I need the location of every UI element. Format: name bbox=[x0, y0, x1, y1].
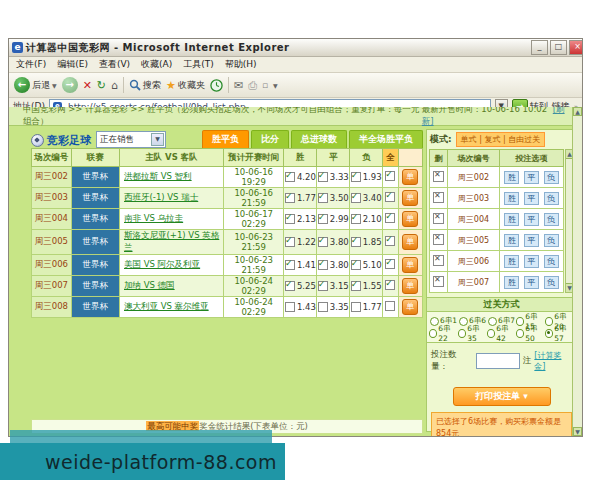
back-button[interactable]: ← 后退 ▼ bbox=[14, 77, 57, 93]
win-checkbox[interactable] bbox=[285, 260, 295, 270]
slip-draw-button[interactable]: 平 bbox=[524, 276, 539, 289]
pass-option-radio[interactable]: 6串42 bbox=[487, 327, 516, 339]
calc-prize-link[interactable]: [计算奖金] bbox=[534, 350, 572, 372]
slip-win-button[interactable]: 胜 bbox=[504, 192, 519, 205]
win-checkbox[interactable] bbox=[285, 214, 295, 224]
all-checkbox[interactable] bbox=[385, 171, 395, 181]
search-button[interactable]: 搜索 bbox=[129, 79, 161, 92]
home-icon[interactable]: ⌂ bbox=[111, 79, 118, 92]
match-link[interactable]: 南非 VS 乌拉圭 bbox=[124, 213, 183, 223]
win-checkbox[interactable] bbox=[285, 302, 295, 312]
stop-icon[interactable]: ✕ bbox=[83, 79, 92, 92]
all-checkbox[interactable] bbox=[385, 280, 395, 290]
slip-win-button[interactable]: 胜 bbox=[504, 171, 519, 184]
match-link[interactable]: 斯洛文尼亚(+1) VS 英格兰 bbox=[124, 230, 219, 252]
all-checkbox[interactable] bbox=[385, 301, 395, 311]
menu-item[interactable]: 文件(F) bbox=[16, 58, 46, 71]
delete-checkbox[interactable] bbox=[433, 171, 444, 182]
win-checkbox[interactable] bbox=[285, 193, 295, 203]
delete-checkbox[interactable] bbox=[433, 192, 444, 203]
slip-win-button[interactable]: 胜 bbox=[504, 255, 519, 268]
pass-option-radio[interactable]: 6串22 bbox=[429, 327, 458, 339]
slip-win-button[interactable]: 胜 bbox=[504, 276, 519, 289]
league-filter-select[interactable]: 正在销售 ▼ bbox=[96, 131, 166, 148]
single-bet-button[interactable]: 单 bbox=[402, 169, 418, 185]
minimize-button[interactable]: _ bbox=[531, 40, 548, 55]
history-button[interactable] bbox=[210, 79, 223, 92]
match-link[interactable]: 西班牙(-1) VS 瑞士 bbox=[124, 192, 198, 202]
print-icon[interactable]: ⎙ bbox=[248, 79, 257, 92]
lose-checkbox[interactable] bbox=[351, 237, 361, 247]
favorites-button[interactable]: ★ 收藏夹 bbox=[166, 79, 205, 92]
draw-checkbox[interactable] bbox=[318, 193, 328, 203]
lose-checkbox[interactable] bbox=[351, 214, 361, 224]
menu-item[interactable]: 编辑(E) bbox=[57, 58, 88, 71]
page-scrollbar[interactable]: ▲ ▼ bbox=[572, 107, 582, 436]
scroll-up-icon[interactable]: ▲ bbox=[573, 107, 582, 116]
lose-checkbox[interactable] bbox=[351, 260, 361, 270]
single-bet-button[interactable]: 单 bbox=[402, 299, 418, 315]
single-bet-button[interactable]: 单 bbox=[402, 211, 418, 227]
pass-option-radio[interactable]: 6串35 bbox=[458, 327, 487, 339]
pass-option-radio[interactable]: 6串57 bbox=[545, 327, 574, 339]
match-link[interactable]: 洪都拉斯 VS 智利 bbox=[124, 171, 192, 181]
single-bet-button[interactable]: 单 bbox=[402, 257, 418, 273]
mail-icon[interactable]: ✉ bbox=[234, 79, 243, 92]
delete-checkbox[interactable] bbox=[433, 255, 444, 266]
lose-checkbox[interactable] bbox=[351, 302, 361, 312]
pass-option-radio[interactable]: 6串50 bbox=[516, 327, 545, 339]
delete-checkbox[interactable] bbox=[433, 213, 444, 224]
back-dropdown-icon[interactable]: ▼ bbox=[52, 82, 57, 89]
edit-icon[interactable]: ▫ bbox=[262, 80, 268, 90]
slip-lose-button[interactable]: 负 bbox=[544, 171, 559, 184]
all-checkbox[interactable] bbox=[385, 192, 395, 202]
slip-lose-button[interactable]: 负 bbox=[544, 192, 559, 205]
match-link[interactable]: 加纳 VS 德国 bbox=[124, 280, 175, 290]
slip-lose-button[interactable]: 负 bbox=[544, 234, 559, 247]
lose-checkbox[interactable] bbox=[351, 193, 361, 203]
draw-checkbox[interactable] bbox=[318, 281, 328, 291]
scroll-down-icon[interactable]: ▼ bbox=[573, 427, 582, 436]
menu-item[interactable]: 查看(V) bbox=[99, 58, 130, 71]
draw-checkbox[interactable] bbox=[318, 172, 328, 182]
refresh-icon[interactable]: ↻ bbox=[97, 79, 106, 92]
draw-checkbox[interactable] bbox=[318, 214, 328, 224]
slip-draw-button[interactable]: 平 bbox=[524, 192, 539, 205]
lose-checkbox[interactable] bbox=[351, 281, 361, 291]
bet-type-tab[interactable]: 半全场胜平负 bbox=[349, 130, 423, 148]
delete-checkbox[interactable] bbox=[433, 234, 444, 245]
more-tools-icon[interactable]: ▼ bbox=[273, 82, 278, 89]
slip-win-button[interactable]: 胜 bbox=[504, 213, 519, 226]
slip-lose-button[interactable]: 负 bbox=[544, 276, 559, 289]
mode-selector[interactable]: 单式 | 复式 | 自由过关 bbox=[456, 132, 546, 147]
delete-checkbox[interactable] bbox=[433, 276, 444, 287]
single-bet-button[interactable]: 单 bbox=[402, 234, 418, 250]
bet-amount-input[interactable] bbox=[476, 353, 520, 369]
menu-item[interactable]: 工具(T) bbox=[183, 58, 214, 71]
slip-draw-button[interactable]: 平 bbox=[524, 213, 539, 226]
single-bet-button[interactable]: 单 bbox=[402, 190, 418, 206]
all-checkbox[interactable] bbox=[385, 259, 395, 269]
bet-type-tab[interactable]: 胜平负 bbox=[202, 130, 249, 148]
close-button[interactable]: × bbox=[569, 40, 582, 55]
slip-draw-button[interactable]: 平 bbox=[524, 171, 539, 184]
win-checkbox[interactable] bbox=[285, 172, 295, 182]
menu-item[interactable]: 帮助(H) bbox=[225, 58, 257, 71]
forward-button[interactable]: → bbox=[62, 77, 78, 93]
print-slip-button[interactable]: 打印投注单 ▾ bbox=[453, 387, 551, 406]
maximize-button[interactable]: □ bbox=[550, 40, 567, 55]
all-checkbox[interactable] bbox=[385, 236, 395, 246]
slip-draw-button[interactable]: 平 bbox=[524, 255, 539, 268]
match-link[interactable]: 澳大利亚 VS 塞尔维亚 bbox=[124, 301, 209, 311]
all-checkbox[interactable] bbox=[385, 213, 395, 223]
bet-type-tab[interactable]: 比分 bbox=[251, 130, 289, 148]
draw-checkbox[interactable] bbox=[318, 302, 328, 312]
slip-draw-button[interactable]: 平 bbox=[524, 234, 539, 247]
win-checkbox[interactable] bbox=[285, 281, 295, 291]
slip-lose-button[interactable]: 负 bbox=[544, 255, 559, 268]
draw-checkbox[interactable] bbox=[318, 237, 328, 247]
slip-win-button[interactable]: 胜 bbox=[504, 234, 519, 247]
win-checkbox[interactable] bbox=[285, 237, 295, 247]
match-link[interactable]: 美国 VS 阿尔及利亚 bbox=[124, 259, 200, 269]
menu-item[interactable]: 收藏(A) bbox=[141, 58, 172, 71]
